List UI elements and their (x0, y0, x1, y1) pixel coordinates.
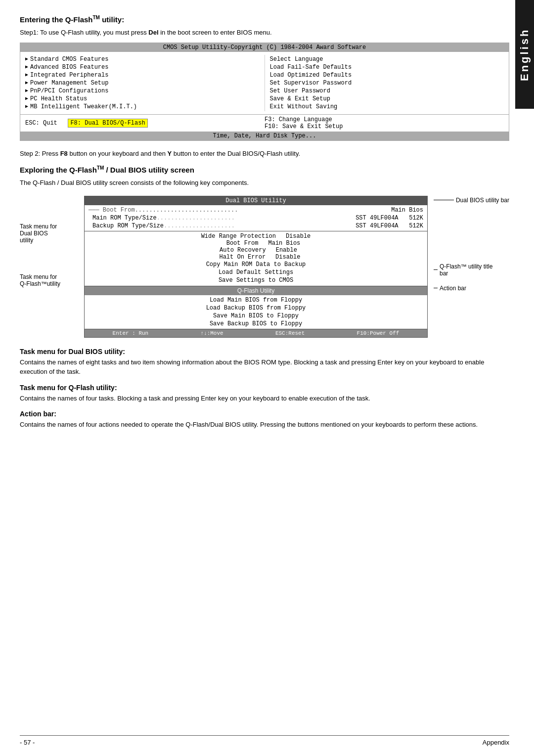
qflash-title-label: Q-Flash™ utility titlebar (434, 263, 509, 277)
right-labels: Dual BIOS utility bar Q-Flash™ utility t… (428, 196, 509, 292)
task-qflash-label: Task menu for Q-Flash™utility (20, 273, 84, 287)
bios-title-bar: CMOS Setup Utility-Copyright (C) 1984-20… (20, 43, 509, 52)
bios-screenshot: CMOS Setup Utility-Copyright (C) 1984-20… (20, 43, 509, 141)
bios-bottom-bar: Time, Date, Hard Disk Type... (20, 132, 509, 140)
step2-text: Step 2: Press F8 button on your keyboard… (20, 149, 509, 159)
section1-heading: Entering the Q-FlashTM utility: (20, 15, 509, 24)
page-footer: - 57 - Appendix (20, 735, 509, 746)
dual-bios-diagram: Task menu for Dual BIOS utility Task men… (20, 196, 509, 338)
diagram-center: Dual BIOS Utility ─── Boot From.........… (84, 196, 428, 338)
dual-bar-label: Dual BIOS utility bar (434, 197, 509, 204)
section5-text: Contains the names of four actions neede… (20, 420, 509, 430)
left-labels: Task menu for Dual BIOS utility Task men… (20, 196, 84, 287)
action-bar-label: Action bar (434, 285, 509, 292)
section5-heading: Action bar: (20, 410, 509, 418)
section4-heading: Task menu for Q-Flash utility: (20, 384, 509, 392)
qflash-title-bar: Q-Flash Utility (85, 286, 427, 295)
appendix-label: Appendix (483, 739, 509, 746)
diagram-title: Dual BIOS Utility (85, 196, 427, 205)
section3-heading: Task menu for Dual BIOS utility: (20, 348, 509, 356)
f8-highlight: F8: Dual BIOS/Q-Flash (68, 119, 147, 128)
action-bar: Enter : Run ↑↓:Move ESC:Reset F10:Power … (85, 329, 427, 337)
page-number: - 57 - (20, 739, 35, 746)
section4-text: Contains the names of four tasks. Blocki… (20, 394, 509, 403)
bios-right-menu: Select Language Load Fail-Safe Defaults … (265, 55, 509, 111)
step1-text: Step1: To use Q-Flash utility, you must … (20, 28, 509, 38)
task-dual-label: Task menu for Dual BIOS utility (20, 223, 84, 244)
english-tab: English (515, 0, 534, 109)
section2-intro: The Q-Flash / Dual BIOS utility screen c… (20, 178, 509, 188)
bios-left-menu: ▶Standard CMOS Features ▶Advanced BIOS F… (20, 55, 265, 111)
bios-footer: ESC: Quit F8: Dual BIOS/Q-Flash F3: Chan… (20, 114, 509, 132)
section3-text: Contains the names of eight tasks and tw… (20, 357, 509, 377)
section2-heading: Exploring the Q-FlashTM / Dual BIOS util… (20, 165, 509, 174)
